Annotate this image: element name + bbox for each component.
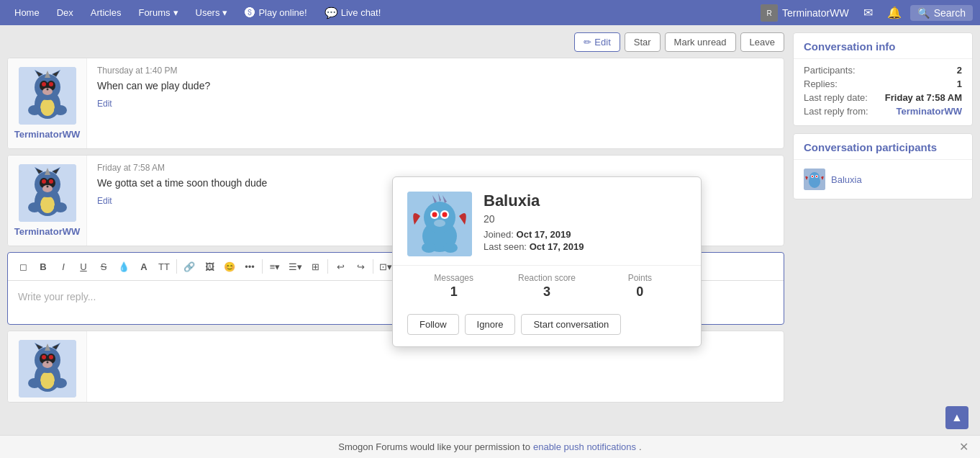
svg-point-21 — [40, 196, 55, 213]
tb-redo[interactable]: ↪ — [351, 257, 370, 276]
svg-point-13 — [49, 82, 53, 86]
tb-strikethrough[interactable]: S — [94, 257, 113, 276]
leave-button[interactable]: Leave — [740, 32, 784, 52]
svg-point-38 — [40, 372, 55, 389]
svg-point-51 — [54, 378, 67, 388]
toolbar-separator — [176, 259, 177, 274]
nav-articles[interactable]: Articles — [83, 3, 129, 22]
svg-point-12 — [42, 82, 46, 86]
avatar — [19, 164, 76, 222]
mark-unread-button[interactable]: Mark unread — [665, 32, 736, 52]
editor-placeholder: Write your reply... — [18, 291, 96, 302]
nav-home[interactable]: Home — [7, 3, 47, 22]
nav-search-btn[interactable]: 🔍 Search — [910, 5, 973, 21]
tb-font-size[interactable]: TT — [155, 257, 173, 276]
toolbar-separator — [262, 259, 263, 274]
tb-undo[interactable]: ↩ — [331, 257, 350, 276]
svg-point-55 — [809, 172, 820, 182]
conv-info-box: Conversation info Participants: 2 Replie… — [793, 32, 973, 126]
popup-stat-points: Points 0 — [594, 273, 686, 300]
nav-users[interactable]: Users ▾ — [189, 3, 235, 22]
popup-joined-value: Oct 17, 2019 — [517, 229, 571, 240]
tb-link[interactable]: 🔗 — [180, 257, 199, 276]
popup-last-seen: Last seen: Oct 17, 2019 — [484, 241, 686, 252]
msg-timestamp: Friday at 7:58 AM — [97, 163, 773, 173]
replies-label: Replies: — [804, 78, 838, 89]
last-reply-date-label: Last reply date: — [804, 92, 868, 103]
chat-icon: 💬 — [325, 6, 338, 19]
nav-chat[interactable]: 💬 Live chat! — [317, 2, 389, 24]
tb-bold[interactable]: B — [34, 257, 53, 276]
start-conversation-button[interactable]: Start conversation — [521, 314, 621, 335]
svg-point-47 — [49, 355, 53, 359]
svg-point-15 — [46, 89, 48, 91]
popup-top: Baluxia 20 Joined: Oct 17, 2019 Last see… — [393, 177, 701, 265]
svg-point-34 — [54, 202, 67, 212]
info-row-replies: Replies: 1 — [804, 78, 962, 89]
edit-button[interactable]: ✏ Edit — [574, 32, 620, 52]
popup-last-seen-value: Oct 17, 2019 — [530, 241, 584, 252]
svg-point-49 — [46, 362, 48, 364]
participant-name[interactable]: Baluxia — [831, 174, 862, 185]
popup-avatar — [407, 192, 472, 256]
popup-info: Baluxia 20 Joined: Oct 17, 2019 Last see… — [484, 192, 686, 256]
toolbar-separator — [373, 259, 373, 274]
points-label: Points — [594, 273, 686, 283]
last-reply-from-value[interactable]: TerminatorWW — [897, 106, 962, 117]
nav-play[interactable]: 🅢 Play online! — [237, 2, 314, 23]
svg-text:R: R — [766, 9, 771, 17]
tb-underline[interactable]: U — [74, 257, 93, 276]
svg-point-46 — [42, 355, 46, 359]
nav-dex[interactable]: Dex — [50, 3, 81, 22]
svg-point-62 — [424, 202, 455, 233]
avatar — [19, 67, 76, 125]
svg-point-50 — [28, 378, 41, 388]
nav-mail-icon[interactable]: ✉ — [858, 3, 879, 22]
tb-eraser[interactable]: ◻ — [14, 257, 32, 276]
user-popup: Baluxia 20 Joined: Oct 17, 2019 Last see… — [392, 176, 702, 347]
participant-item: Baluxia — [804, 166, 962, 193]
msg-timestamp: Thursday at 1:40 PM — [97, 66, 773, 76]
msg-text: When can we play dude? — [97, 80, 773, 91]
svg-point-58 — [812, 176, 813, 177]
chevron-down-icon: ▾ — [222, 7, 227, 18]
msg-username[interactable]: TerminatorWW — [14, 226, 81, 237]
ignore-button[interactable]: Ignore — [465, 314, 516, 335]
tb-italic[interactable]: I — [54, 257, 73, 276]
tb-more[interactable]: ••• — [240, 257, 259, 276]
nav-forums[interactable]: Forums ▾ — [131, 3, 185, 22]
tb-table[interactable]: ⊞ — [306, 257, 325, 276]
edit-icon: ✏ — [584, 37, 591, 48]
svg-point-33 — [28, 202, 41, 212]
svg-point-67 — [434, 220, 445, 227]
svg-point-72 — [443, 243, 458, 253]
svg-point-17 — [54, 105, 67, 115]
nav-bell-icon[interactable]: 🔔 — [881, 3, 907, 22]
avatar: R — [761, 4, 778, 22]
msg-edit-link[interactable]: Edit — [97, 196, 112, 206]
star-button[interactable]: Star — [625, 32, 661, 52]
msg-edit-link[interactable]: Edit — [97, 99, 112, 109]
reaction-label: Reaction score — [500, 273, 593, 283]
tb-highlight[interactable]: 💧 — [114, 257, 133, 276]
svg-point-71 — [422, 243, 436, 253]
msg-username[interactable]: TerminatorWW — [14, 129, 81, 140]
svg-point-65 — [432, 212, 437, 217]
msg-sidebar — [8, 331, 87, 402]
conv-actions: ✏ Edit Star Mark unread Leave — [7, 32, 784, 52]
tb-font-color[interactable]: A — [135, 257, 153, 276]
tb-emoji[interactable]: 😊 — [220, 257, 239, 276]
points-value: 0 — [594, 284, 686, 300]
svg-point-29 — [42, 179, 46, 184]
tb-align[interactable]: ≡▾ — [266, 257, 284, 276]
scroll-to-top-button[interactable]: ▲ — [945, 406, 968, 408]
follow-button[interactable]: Follow — [407, 314, 459, 335]
tb-image[interactable]: 🖼 — [200, 257, 219, 276]
svg-point-16 — [28, 105, 41, 115]
popup-username[interactable]: Baluxia — [484, 192, 686, 210]
participant-avatar — [804, 169, 825, 190]
popup-stat-messages: Messages 1 — [407, 273, 500, 300]
tb-list[interactable]: ☰▾ — [286, 257, 304, 276]
nav-user-profile[interactable]: R TerminatorWW — [755, 1, 855, 24]
svg-point-66 — [443, 212, 448, 217]
